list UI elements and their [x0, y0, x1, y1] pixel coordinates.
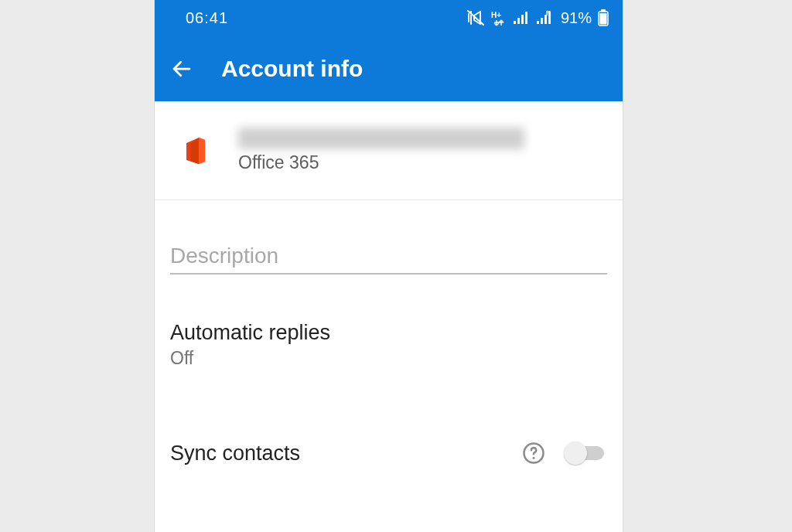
office-icon [181, 136, 210, 165]
account-type: Office 365 [238, 152, 524, 173]
vibrate-icon [466, 9, 485, 26]
sync-contacts-row: Sync contacts [170, 440, 607, 466]
account-row[interactable]: Office 365 [155, 101, 623, 200]
svg-rect-2 [517, 18, 520, 24]
arrow-left-icon [170, 57, 193, 80]
svg-rect-3 [521, 15, 524, 24]
status-indicators: H+ R [466, 9, 609, 27]
svg-rect-8 [544, 15, 547, 24]
signal-2-roam-icon: R [536, 10, 555, 26]
description-input[interactable] [170, 244, 607, 268]
automatic-replies-row[interactable]: Automatic replies Off [170, 321, 607, 369]
back-button[interactable] [170, 57, 193, 80]
page-title: Account info [221, 56, 363, 82]
sync-contacts-label: Sync contacts [170, 442, 521, 466]
svg-point-14 [533, 457, 535, 459]
svg-rect-4 [525, 12, 527, 24]
svg-rect-12 [600, 13, 607, 25]
automatic-replies-label: Automatic replies [170, 321, 607, 345]
phone-frame: 06:41 H+ [155, 0, 623, 532]
battery-percent: 91% [561, 9, 592, 27]
data-hplus-icon: H+ [491, 9, 507, 26]
battery-icon [598, 9, 609, 26]
svg-rect-9 [548, 12, 551, 24]
status-bar: 06:41 H+ [155, 0, 623, 36]
signal-1-icon [513, 10, 530, 26]
account-email-redacted [238, 128, 524, 149]
description-field[interactable] [170, 244, 607, 275]
app-bar: Account info [155, 36, 623, 101]
sync-contacts-toggle[interactable] [564, 442, 607, 465]
svg-rect-7 [541, 18, 543, 24]
help-circle-icon [522, 442, 545, 465]
sync-contacts-help-button[interactable] [521, 440, 547, 466]
svg-rect-1 [514, 21, 516, 24]
automatic-replies-value: Off [170, 348, 607, 369]
svg-text:H+: H+ [491, 11, 501, 19]
status-time: 06:41 [169, 9, 228, 27]
svg-rect-6 [537, 21, 539, 24]
